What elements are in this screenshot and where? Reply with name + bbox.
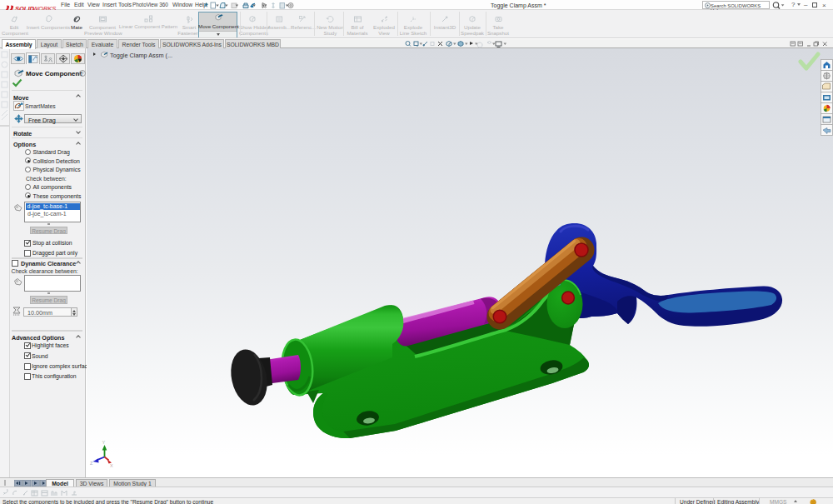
- svg-text:X: X: [110, 463, 113, 468]
- svg-text:Z: Z: [90, 461, 93, 466]
- svg-text:Y: Y: [102, 440, 106, 445]
